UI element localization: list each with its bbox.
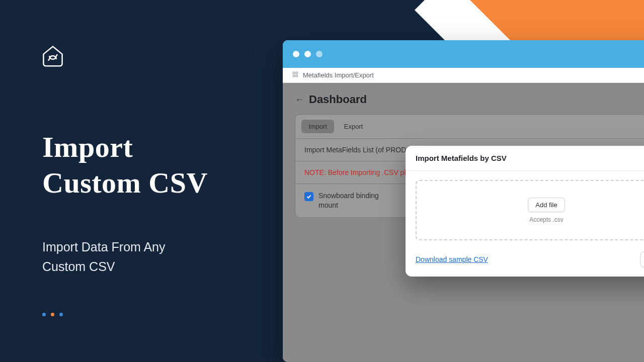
subline-line-1: Import Data From Any <box>42 237 166 257</box>
breadcrumb-title: Metafields Import/Export <box>303 71 374 79</box>
app-breadcrumb-bar: Metafields Import/Export <box>283 68 644 83</box>
modal-footer: Download sample CSV Cancel <box>406 244 644 277</box>
dot-2 <box>51 313 54 316</box>
add-file-button[interactable]: Add file <box>528 198 565 212</box>
marketing-subline: Import Data From Any Custom CSV <box>42 237 166 277</box>
window-dot-min[interactable] <box>304 51 311 57</box>
headline-line-2: Custom CSV <box>42 165 208 201</box>
svg-rect-0 <box>293 72 295 74</box>
modal-title: Import Metafields by CSV <box>406 146 644 171</box>
cancel-button[interactable]: Cancel <box>640 251 644 267</box>
window-dot-close[interactable] <box>293 51 299 57</box>
dot-3 <box>59 313 63 316</box>
dot-1 <box>42 313 46 316</box>
marketing-headline: Import Custom CSV <box>42 130 208 201</box>
svg-rect-1 <box>296 72 298 74</box>
import-csv-modal: Import Metafields by CSV Add file Accept… <box>406 146 644 277</box>
app-icon <box>292 71 299 79</box>
pagination-dots <box>42 313 63 316</box>
svg-rect-2 <box>293 75 295 77</box>
browser-window: Metafields Import/Export ← Dashboard Imp… <box>283 40 644 362</box>
download-sample-link[interactable]: Download sample CSV <box>416 255 488 263</box>
file-dropzone[interactable]: Add file Accepts .csv <box>416 180 644 240</box>
subline-line-2: Custom CSV <box>42 257 166 277</box>
window-titlebar <box>283 40 644 68</box>
window-dot-max[interactable] <box>316 51 323 57</box>
headline-line-1: Import <box>42 130 208 165</box>
svg-rect-3 <box>296 75 298 77</box>
accepts-hint: Accepts .csv <box>529 216 563 223</box>
app-logo-icon <box>39 42 66 69</box>
modal-body: Add file Accepts .csv <box>406 171 644 244</box>
